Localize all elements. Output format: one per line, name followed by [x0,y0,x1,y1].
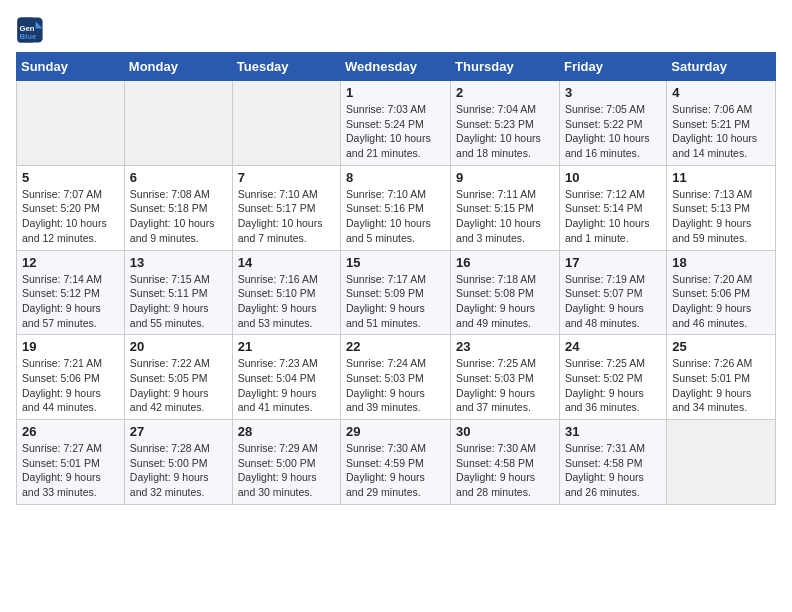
calendar-day-cell: 9Sunrise: 7:11 AM Sunset: 5:15 PM Daylig… [451,165,560,250]
day-info: Sunrise: 7:08 AM Sunset: 5:18 PM Dayligh… [130,187,227,246]
day-info: Sunrise: 7:23 AM Sunset: 5:04 PM Dayligh… [238,356,335,415]
calendar-day-cell: 21Sunrise: 7:23 AM Sunset: 5:04 PM Dayli… [232,335,340,420]
day-info: Sunrise: 7:16 AM Sunset: 5:10 PM Dayligh… [238,272,335,331]
calendar-day-cell: 27Sunrise: 7:28 AM Sunset: 5:00 PM Dayli… [124,420,232,505]
day-number: 31 [565,424,661,439]
calendar-day-cell: 14Sunrise: 7:16 AM Sunset: 5:10 PM Dayli… [232,250,340,335]
day-number: 7 [238,170,335,185]
calendar-day-cell: 18Sunrise: 7:20 AM Sunset: 5:06 PM Dayli… [667,250,776,335]
day-number: 24 [565,339,661,354]
calendar-day-cell: 31Sunrise: 7:31 AM Sunset: 4:58 PM Dayli… [559,420,666,505]
calendar-day-cell: 22Sunrise: 7:24 AM Sunset: 5:03 PM Dayli… [341,335,451,420]
day-info: Sunrise: 7:20 AM Sunset: 5:06 PM Dayligh… [672,272,770,331]
calendar-day-cell: 28Sunrise: 7:29 AM Sunset: 5:00 PM Dayli… [232,420,340,505]
day-number: 17 [565,255,661,270]
day-info: Sunrise: 7:21 AM Sunset: 5:06 PM Dayligh… [22,356,119,415]
day-number: 4 [672,85,770,100]
calendar-day-cell: 23Sunrise: 7:25 AM Sunset: 5:03 PM Dayli… [451,335,560,420]
day-info: Sunrise: 7:14 AM Sunset: 5:12 PM Dayligh… [22,272,119,331]
day-info: Sunrise: 7:07 AM Sunset: 5:20 PM Dayligh… [22,187,119,246]
day-info: Sunrise: 7:25 AM Sunset: 5:02 PM Dayligh… [565,356,661,415]
calendar-day-cell [17,81,125,166]
calendar-week-row: 19Sunrise: 7:21 AM Sunset: 5:06 PM Dayli… [17,335,776,420]
day-info: Sunrise: 7:06 AM Sunset: 5:21 PM Dayligh… [672,102,770,161]
day-number: 15 [346,255,445,270]
calendar-week-row: 1Sunrise: 7:03 AM Sunset: 5:24 PM Daylig… [17,81,776,166]
calendar-day-cell: 26Sunrise: 7:27 AM Sunset: 5:01 PM Dayli… [17,420,125,505]
day-info: Sunrise: 7:26 AM Sunset: 5:01 PM Dayligh… [672,356,770,415]
day-number: 25 [672,339,770,354]
day-number: 16 [456,255,554,270]
day-info: Sunrise: 7:05 AM Sunset: 5:22 PM Dayligh… [565,102,661,161]
calendar-day-cell: 15Sunrise: 7:17 AM Sunset: 5:09 PM Dayli… [341,250,451,335]
header: Gen Blue [16,16,776,44]
day-number: 20 [130,339,227,354]
day-number: 5 [22,170,119,185]
day-number: 2 [456,85,554,100]
day-number: 3 [565,85,661,100]
weekday-header: Monday [124,53,232,81]
day-info: Sunrise: 7:27 AM Sunset: 5:01 PM Dayligh… [22,441,119,500]
calendar-day-cell: 3Sunrise: 7:05 AM Sunset: 5:22 PM Daylig… [559,81,666,166]
day-number: 30 [456,424,554,439]
day-number: 9 [456,170,554,185]
day-info: Sunrise: 7:22 AM Sunset: 5:05 PM Dayligh… [130,356,227,415]
calendar-day-cell: 20Sunrise: 7:22 AM Sunset: 5:05 PM Dayli… [124,335,232,420]
day-number: 10 [565,170,661,185]
calendar-day-cell: 17Sunrise: 7:19 AM Sunset: 5:07 PM Dayli… [559,250,666,335]
calendar-day-cell: 8Sunrise: 7:10 AM Sunset: 5:16 PM Daylig… [341,165,451,250]
day-info: Sunrise: 7:30 AM Sunset: 4:58 PM Dayligh… [456,441,554,500]
weekday-header: Thursday [451,53,560,81]
day-number: 14 [238,255,335,270]
day-info: Sunrise: 7:12 AM Sunset: 5:14 PM Dayligh… [565,187,661,246]
calendar-body: 1Sunrise: 7:03 AM Sunset: 5:24 PM Daylig… [17,81,776,505]
day-info: Sunrise: 7:03 AM Sunset: 5:24 PM Dayligh… [346,102,445,161]
day-number: 23 [456,339,554,354]
day-info: Sunrise: 7:30 AM Sunset: 4:59 PM Dayligh… [346,441,445,500]
calendar-day-cell: 13Sunrise: 7:15 AM Sunset: 5:11 PM Dayli… [124,250,232,335]
day-number: 6 [130,170,227,185]
day-number: 1 [346,85,445,100]
day-number: 26 [22,424,119,439]
day-info: Sunrise: 7:13 AM Sunset: 5:13 PM Dayligh… [672,187,770,246]
day-info: Sunrise: 7:29 AM Sunset: 5:00 PM Dayligh… [238,441,335,500]
calendar-day-cell: 4Sunrise: 7:06 AM Sunset: 5:21 PM Daylig… [667,81,776,166]
logo: Gen Blue [16,16,48,44]
day-info: Sunrise: 7:24 AM Sunset: 5:03 PM Dayligh… [346,356,445,415]
calendar-day-cell [667,420,776,505]
calendar-day-cell: 1Sunrise: 7:03 AM Sunset: 5:24 PM Daylig… [341,81,451,166]
calendar-header-row: SundayMondayTuesdayWednesdayThursdayFrid… [17,53,776,81]
day-info: Sunrise: 7:19 AM Sunset: 5:07 PM Dayligh… [565,272,661,331]
calendar-day-cell: 6Sunrise: 7:08 AM Sunset: 5:18 PM Daylig… [124,165,232,250]
calendar-day-cell: 2Sunrise: 7:04 AM Sunset: 5:23 PM Daylig… [451,81,560,166]
weekday-header: Friday [559,53,666,81]
day-info: Sunrise: 7:28 AM Sunset: 5:00 PM Dayligh… [130,441,227,500]
day-info: Sunrise: 7:15 AM Sunset: 5:11 PM Dayligh… [130,272,227,331]
calendar-table: SundayMondayTuesdayWednesdayThursdayFrid… [16,52,776,505]
calendar-day-cell: 11Sunrise: 7:13 AM Sunset: 5:13 PM Dayli… [667,165,776,250]
day-number: 21 [238,339,335,354]
weekday-header: Sunday [17,53,125,81]
day-number: 12 [22,255,119,270]
day-info: Sunrise: 7:11 AM Sunset: 5:15 PM Dayligh… [456,187,554,246]
day-info: Sunrise: 7:10 AM Sunset: 5:16 PM Dayligh… [346,187,445,246]
calendar-day-cell: 7Sunrise: 7:10 AM Sunset: 5:17 PM Daylig… [232,165,340,250]
calendar-week-row: 26Sunrise: 7:27 AM Sunset: 5:01 PM Dayli… [17,420,776,505]
day-info: Sunrise: 7:17 AM Sunset: 5:09 PM Dayligh… [346,272,445,331]
calendar-day-cell: 24Sunrise: 7:25 AM Sunset: 5:02 PM Dayli… [559,335,666,420]
calendar-day-cell: 10Sunrise: 7:12 AM Sunset: 5:14 PM Dayli… [559,165,666,250]
calendar-day-cell: 19Sunrise: 7:21 AM Sunset: 5:06 PM Dayli… [17,335,125,420]
calendar-day-cell: 29Sunrise: 7:30 AM Sunset: 4:59 PM Dayli… [341,420,451,505]
day-info: Sunrise: 7:04 AM Sunset: 5:23 PM Dayligh… [456,102,554,161]
day-number: 18 [672,255,770,270]
day-number: 28 [238,424,335,439]
day-number: 8 [346,170,445,185]
calendar-day-cell [232,81,340,166]
day-info: Sunrise: 7:18 AM Sunset: 5:08 PM Dayligh… [456,272,554,331]
day-number: 19 [22,339,119,354]
svg-text:Blue: Blue [20,32,37,41]
weekday-header: Saturday [667,53,776,81]
day-number: 11 [672,170,770,185]
calendar-week-row: 5Sunrise: 7:07 AM Sunset: 5:20 PM Daylig… [17,165,776,250]
weekday-header: Tuesday [232,53,340,81]
